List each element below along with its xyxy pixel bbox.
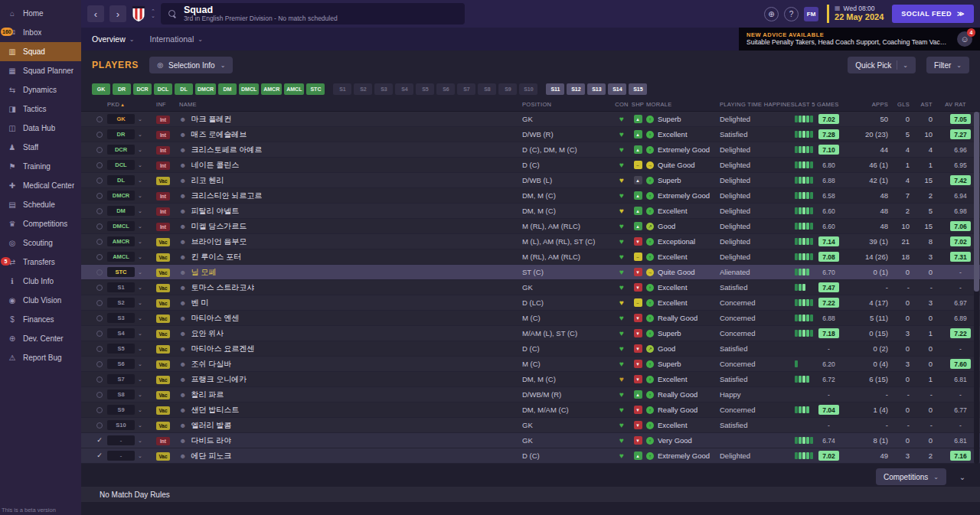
expand-panel-button[interactable]: ⌄ xyxy=(954,468,971,485)
row-checkbox[interactable] xyxy=(96,208,103,214)
table-row[interactable]: STC ⌄ Vac ☻ 닐 모페 ST (C) ♥ ▼ → Quite Good… xyxy=(81,265,980,280)
table-row[interactable]: ✓ - ⌄ Int ☻ 다비드 라야 GK ♥ ▼ ↑ Very Good 6.… xyxy=(81,433,980,448)
chevron-down-icon[interactable]: ⌄ xyxy=(138,223,142,230)
row-checkbox[interactable] xyxy=(96,116,103,122)
position-filter-s13[interactable]: S13 xyxy=(587,83,606,95)
chevron-down-icon[interactable]: ⌄ xyxy=(138,239,142,245)
position-filter-gk[interactable]: GK xyxy=(92,83,110,95)
chevron-down-icon[interactable]: ⌄ xyxy=(138,376,142,383)
table-row[interactable]: S1 ⌄ Vac ☻ 토마스 스트라코샤 GK ♥ ▼ ↑ Excellent … xyxy=(81,280,980,295)
sidebar-item-schedule[interactable]: ▤ Schedule xyxy=(0,195,81,214)
sidebar-item-finances[interactable]: $ Finances xyxy=(0,310,81,329)
position-filter-amcr[interactable]: AMCR xyxy=(261,83,282,95)
table-row[interactable]: DCR ⌄ Int ☻ 크리스토페르 아예르 D (C), DM, M (C) … xyxy=(81,142,980,158)
position-filter-dmcr[interactable]: DMCR xyxy=(195,83,216,95)
table-row[interactable]: S5 ⌄ Vac ☻ 마티아스 요르겐센 D (C) ♥ ▼ ↗ Good Sa… xyxy=(81,341,980,357)
position-filter-s14[interactable]: S14 xyxy=(608,83,626,95)
row-checkbox[interactable] xyxy=(96,193,103,199)
position-filter-s4[interactable]: S4 xyxy=(395,83,413,95)
header-pkd[interactable]: PKD▴ xyxy=(107,101,156,108)
row-checkbox[interactable] xyxy=(96,300,103,306)
row-checkbox[interactable] xyxy=(96,285,103,291)
sidebar-item-report-bug[interactable]: ⚠ Report Bug xyxy=(0,348,81,367)
chevron-down-icon[interactable]: ⌄ xyxy=(138,392,142,398)
assistant-face-icon[interactable]: ☺ 4 xyxy=(957,31,972,47)
position-filter-stc[interactable]: STC xyxy=(306,83,325,95)
header-playing-time-happiness[interactable]: PLAYING TIME HAPPINESS xyxy=(720,101,795,108)
table-row[interactable]: S4 ⌄ Vac ☻ 요안 위사 M/AM (L), ST (C) ♥ ▼ ↑ … xyxy=(81,326,980,341)
position-filter-dcr[interactable]: DCR xyxy=(133,83,152,95)
table-row[interactable]: ✓ - ⌄ Vac ☻ 에단 피노크 D (C) ♥ ▲ ↑ Extremely… xyxy=(81,448,980,464)
player-name[interactable]: 마크 플레컨 xyxy=(191,114,231,125)
player-name[interactable]: 에단 피노크 xyxy=(191,451,231,461)
player-name[interactable]: 프랭크 오니에카 xyxy=(191,374,247,385)
sidebar-item-dynamics[interactable]: ⇆ Dynamics xyxy=(0,80,81,99)
selection-info-dropdown[interactable]: ◎ Selection Info ⌄ xyxy=(149,57,233,73)
table-row[interactable]: DR ⌄ Int ☻ 매즈 로에슬레브 D/WB (R) ♥ ▲ ↑ Excel… xyxy=(81,127,980,142)
advice-panel[interactable]: NEW ADVICE AVAILABLE Suitable Penalty Ta… xyxy=(739,28,980,51)
header-inf[interactable]: INF xyxy=(156,101,179,108)
header-morale[interactable]: MORALE xyxy=(646,101,720,108)
row-checkbox[interactable] xyxy=(96,269,103,275)
quick-pick-button[interactable]: Quick Pick ⌄ xyxy=(848,57,916,73)
position-filter-dcl[interactable]: DCL xyxy=(154,83,172,95)
row-checkbox[interactable] xyxy=(96,361,103,367)
row-checkbox[interactable] xyxy=(96,376,103,383)
table-row[interactable]: S6 ⌄ Vac ☻ 조쉬 다실바 M (C) ♥ ▼ ↑ Superb Con… xyxy=(81,357,980,372)
player-name[interactable]: 피탈리 야넬트 xyxy=(191,206,239,217)
header-ast[interactable]: AST xyxy=(916,101,939,108)
sidebar-item-squad[interactable]: ▥ Squad xyxy=(0,42,81,61)
sidebar-item-scouting[interactable]: ◎ Scouting xyxy=(0,233,81,253)
position-filter-dr[interactable]: DR xyxy=(113,83,131,95)
position-filter-dm[interactable]: DM xyxy=(218,83,237,95)
header-position[interactable]: POSITION xyxy=(522,101,614,108)
header-apps[interactable]: APPS xyxy=(862,101,894,108)
position-filter-s2[interactable]: S2 xyxy=(354,83,372,95)
table-row[interactable]: S10 ⌄ Vac ☻ 엘러리 발콤 GK ♥ ▼ ↑ Excellent Sa… xyxy=(81,418,980,433)
position-filter-dl[interactable]: DL xyxy=(175,83,193,95)
player-name[interactable]: 벤 미 xyxy=(191,298,208,308)
competitions-dropdown[interactable]: Competitions ⌄ xyxy=(876,468,946,485)
sidebar-item-inbox[interactable]: 160 ✉ Inbox xyxy=(0,23,81,42)
position-filter-s9[interactable]: S9 xyxy=(498,83,517,95)
player-name[interactable]: 닐 모페 xyxy=(191,267,216,278)
table-row[interactable]: S9 ⌄ Vac ☻ 샌던 밥티스트 DM, M/AM (C) ♥ ▼ ↑ Re… xyxy=(81,403,980,418)
social-feed-button[interactable]: SOCIAL FEED≫ xyxy=(892,5,974,23)
chevron-down-icon[interactable]: ⌄ xyxy=(138,453,142,459)
player-name[interactable]: 샌던 밥티스트 xyxy=(191,405,239,416)
table-row[interactable]: GK ⌄ Int ☻ 마크 플레컨 GK ♥ ▲ ↑ Superb Deligh… xyxy=(81,112,980,127)
sidebar-item-staff[interactable]: ♟ Staff xyxy=(0,138,81,157)
position-filter-s10[interactable]: S10 xyxy=(519,83,537,95)
row-checkbox[interactable] xyxy=(96,392,103,398)
table-row[interactable]: DMCR ⌄ Int ☻ 크리스티안 뇌르고르 DM, M (C) ♥ ▲ ↑ … xyxy=(81,188,980,204)
player-name[interactable]: 마티아스 옌센 xyxy=(191,313,239,324)
sidebar-item-training[interactable]: ⚑ Training xyxy=(0,157,81,176)
globe-icon[interactable]: ⊕ xyxy=(764,7,779,21)
chevron-down-icon[interactable]: ⌄ xyxy=(138,147,142,153)
position-filter-s8[interactable]: S8 xyxy=(478,83,496,95)
row-checkbox[interactable] xyxy=(96,178,103,184)
row-checkbox[interactable] xyxy=(96,315,103,321)
row-checkbox[interactable] xyxy=(96,254,103,260)
row-checkbox[interactable] xyxy=(96,239,103,245)
position-filter-s15[interactable]: S15 xyxy=(629,83,647,95)
sidebar-item-competitions[interactable]: ♛ Competitions xyxy=(0,214,81,233)
header-shp[interactable]: SHP xyxy=(629,101,646,108)
player-name[interactable]: 브라이언 음부모 xyxy=(191,236,247,247)
header-name[interactable]: NAME xyxy=(179,101,522,108)
player-name[interactable]: 미켈 담스가르드 xyxy=(191,221,247,232)
tab-overview[interactable]: Overview⌄ xyxy=(92,34,134,44)
position-filter-s7[interactable]: S7 xyxy=(457,83,475,95)
sidebar-item-club-vision[interactable]: ◉ Club Vision xyxy=(0,291,81,310)
table-row[interactable]: S3 ⌄ Vac ☻ 마티아스 옌센 M (C) ♥ ▼ ↑ Really Go… xyxy=(81,311,980,326)
sidebar-item-home[interactable]: ⌂ Home xyxy=(0,4,81,23)
club-crest-icon[interactable] xyxy=(132,5,145,22)
table-row[interactable]: DCL ⌄ Int ☻ 네이든 콜린스 D (C) ♥ − → Quite Go… xyxy=(81,158,980,173)
table-row[interactable]: AMCL ⌄ Vac ☻ 킨 루이스 포터 M (RL), AM (RLC) ♥… xyxy=(81,249,980,265)
player-name[interactable]: 리코 헨리 xyxy=(191,175,224,186)
position-filter-s3[interactable]: S3 xyxy=(374,83,393,95)
chevron-down-icon[interactable]: ⌄ xyxy=(138,193,142,199)
header-last-5-games[interactable]: LAST 5 GAMES xyxy=(795,101,862,108)
table-row[interactable]: AMCR ⌄ Vac ☻ 브라이언 음부모 M (L), AM (RL), ST… xyxy=(81,234,980,249)
help-icon[interactable]: ? xyxy=(784,7,799,21)
